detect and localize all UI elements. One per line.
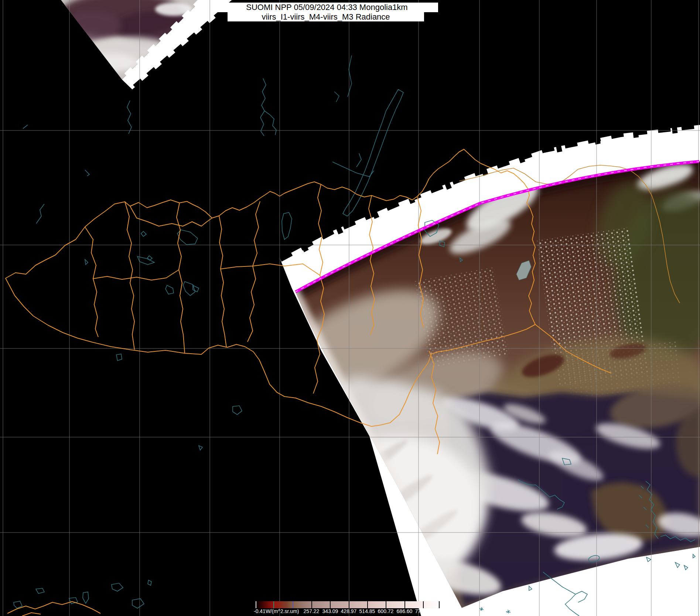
colorbar-tick-label: 428.97 bbox=[339, 608, 359, 614]
colorbar-tick-label: 772.47 bbox=[413, 608, 433, 614]
colorbar-tick bbox=[256, 601, 256, 608]
satellite-viewer-canvas: SUOMI NPP 05/09/2024 04:33 Mongolia1km v… bbox=[0, 0, 700, 616]
title-line-1: SUOMI NPP 05/09/2024 04:33 Mongolia1km bbox=[216, 3, 438, 12]
colorbar-tick bbox=[349, 601, 349, 608]
colorbar-tick-label: 257.22 bbox=[301, 608, 321, 614]
colorbar-tick-label: 600.72 bbox=[376, 608, 396, 614]
colorbar-unit-label: -0.41W/(m^2.sr.um) bbox=[254, 608, 299, 614]
colorbar-labels: -0.41W/(m^2.sr.um) 257.22 343.09 428.97 … bbox=[0, 608, 700, 616]
colorbar-tick bbox=[404, 601, 405, 608]
colorbar-tick bbox=[293, 601, 293, 608]
satellite-scene bbox=[0, 0, 700, 616]
colorbar-tick-label: 343.09 bbox=[320, 608, 340, 614]
colorbar-tick bbox=[273, 601, 274, 608]
colorbar-tick bbox=[439, 601, 440, 608]
colorbar-tick bbox=[311, 601, 312, 608]
colorbar-tick-label: 514.85 bbox=[357, 608, 377, 614]
colorbar-tick bbox=[386, 601, 386, 608]
colorbar-tick bbox=[423, 601, 424, 608]
colorbar-tick bbox=[330, 601, 331, 608]
colorbar-tick bbox=[367, 601, 368, 608]
colorbar-gradient bbox=[255, 601, 441, 608]
colorbar-tick-label: 686.60 bbox=[395, 608, 414, 614]
title-line-2: viirs_I1-viirs_M4-viirs_M3 Radiance bbox=[228, 12, 424, 21]
